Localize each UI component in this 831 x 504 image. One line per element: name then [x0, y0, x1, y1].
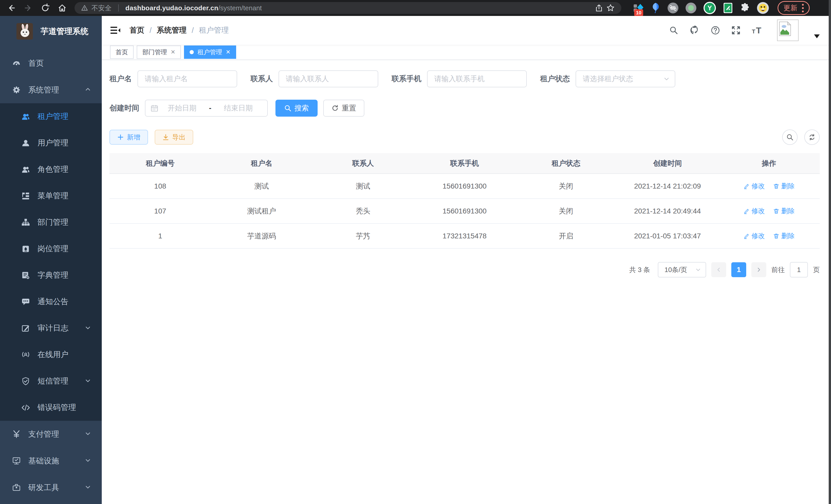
tenant-name-label: 租户名	[110, 74, 132, 84]
tab-home[interactable]: 首页	[110, 46, 134, 59]
contact-input[interactable]	[279, 70, 378, 87]
sidebar-item-label: 研发工具	[28, 482, 59, 493]
tab-tenant[interactable]: 租户管理 ✕	[184, 46, 236, 59]
page-number-1[interactable]: 1	[731, 262, 746, 277]
help-button[interactable]	[711, 26, 720, 35]
cell-tenant-name: 测试	[211, 174, 312, 199]
sidebar-item-online-users[interactable]: 在线用户	[0, 342, 102, 368]
delete-button[interactable]: 删除	[773, 182, 795, 190]
extensions-puzzle-button[interactable]	[740, 3, 750, 13]
add-button[interactable]: 新增	[110, 130, 148, 145]
profile-avatar-button[interactable]	[757, 2, 769, 14]
col-tenant-id: 租户编号	[110, 153, 211, 174]
goto-page-input[interactable]	[790, 262, 808, 277]
mobile-input[interactable]	[427, 70, 527, 87]
sidebar-item-dept[interactable]: 部门管理	[0, 209, 102, 236]
sidebar-item-home[interactable]: 首页	[0, 50, 102, 77]
sidebar-item-menu[interactable]: 菜单管理	[0, 183, 102, 209]
user-avatar[interactable]	[777, 20, 799, 41]
sidebar-item-role[interactable]: 角色管理	[0, 156, 102, 183]
sidebar-item-audit-log[interactable]: 审计日志	[0, 315, 102, 342]
dictionary-icon	[21, 271, 30, 280]
extension-y-button[interactable]: Y	[704, 2, 716, 14]
browser-reload-button[interactable]	[40, 3, 50, 12]
sidebar-item-post[interactable]: 岗位管理	[0, 236, 102, 262]
delete-button[interactable]: 删除	[773, 207, 795, 215]
app-logo[interactable]: 芋道管理系统	[0, 16, 102, 47]
extension-record-button[interactable]	[686, 3, 696, 13]
sidebar-item-system[interactable]: 系统管理	[0, 77, 102, 103]
col-tenant-name: 租户名	[211, 153, 312, 174]
sidebar-item-dev-tools[interactable]: 研发工具	[0, 474, 102, 501]
browser-forward-button[interactable]	[24, 3, 33, 12]
page-header: 首页 / 系统管理 / 租户管理	[102, 16, 831, 45]
hamburger-fold-icon	[110, 26, 121, 35]
status-label: 租户状态	[540, 74, 570, 84]
extension-command-button[interactable]	[667, 3, 678, 13]
github-button[interactable]	[690, 26, 699, 35]
home-icon	[58, 3, 67, 12]
date-end-placeholder[interactable]: 结束日期	[214, 103, 262, 113]
breadcrumb-home[interactable]: 首页	[130, 25, 144, 35]
sidebar-item-label: 短信管理	[37, 376, 68, 386]
extension-green-button[interactable]	[723, 2, 733, 13]
tab-label: 部门管理	[142, 48, 167, 56]
tenant-name-input[interactable]	[138, 70, 237, 87]
search-button[interactable]: 搜索	[276, 100, 318, 117]
omnibox-divider	[118, 4, 119, 11]
filter-row-2: 创建时间 开始日期 - 结束日期 搜索 重置	[110, 100, 820, 117]
create-time-range-picker[interactable]: 开始日期 - 结束日期	[145, 100, 268, 117]
address-bar[interactable]: 不安全 dashboard.yudao.iocoder.cn/system/te…	[75, 2, 621, 14]
cell-status: 开启	[515, 224, 617, 248]
cell-create-time: 2021-12-14 21:02:09	[617, 174, 718, 199]
refresh-table-button[interactable]	[804, 129, 820, 145]
extension-diamond-button[interactable]: 10	[633, 2, 644, 13]
screen: 不安全 dashboard.yudao.iocoder.cn/system/te…	[0, 0, 831, 504]
sidebar-item-label: 支付管理	[28, 429, 59, 440]
browser-home-button[interactable]	[58, 3, 67, 12]
toggle-search-button[interactable]	[782, 129, 798, 145]
chrome-update-button[interactable]: 更新	[778, 1, 810, 15]
sidebar-item-dict[interactable]: 字典管理	[0, 262, 102, 289]
reset-button[interactable]: 重置	[323, 100, 364, 117]
delete-button[interactable]: 删除	[773, 232, 795, 240]
date-start-placeholder[interactable]: 开始日期	[158, 103, 206, 113]
sidebar-item-infrastructure[interactable]: 基础设施	[0, 447, 102, 474]
status-select[interactable]: 请选择租户状态	[576, 70, 675, 87]
edit-button[interactable]: 修改	[743, 207, 765, 215]
extension-kite-button[interactable]	[651, 2, 660, 13]
breadcrumb-system[interactable]: 系统管理	[157, 25, 187, 35]
sidebar-item-sms[interactable]: 短信管理	[0, 368, 102, 394]
cell-tenant-id: 107	[110, 199, 211, 224]
tab-dept[interactable]: 部门管理 ✕	[137, 46, 181, 59]
header-search-button[interactable]	[669, 26, 678, 35]
next-page-button[interactable]	[751, 262, 766, 277]
fullscreen-icon	[731, 26, 741, 35]
sidebar-item-label: 租户管理	[37, 111, 68, 122]
edit-button[interactable]: 修改	[743, 182, 765, 190]
font-size-button[interactable]: TT	[752, 26, 763, 35]
cell-mobile: 15601691300	[414, 174, 515, 199]
sidebar-item-user[interactable]: 用户管理	[0, 130, 102, 156]
browser-toolbar: 不安全 dashboard.yudao.iocoder.cn/system/te…	[0, 0, 831, 16]
goto-label: 前往	[771, 265, 785, 274]
gear-icon	[12, 86, 21, 94]
sidebar-item-tenant[interactable]: 租户管理	[0, 103, 102, 130]
export-button[interactable]: 导出	[155, 130, 193, 145]
fullscreen-button[interactable]	[731, 26, 741, 35]
sidebar-item-notice[interactable]: 通知公告	[0, 289, 102, 315]
contact-label: 联系人	[251, 74, 273, 84]
browser-back-button[interactable]	[7, 3, 16, 12]
page-size-select[interactable]: 10条/页	[658, 262, 706, 277]
sidebar-collapse-button[interactable]	[110, 26, 121, 35]
prev-page-button[interactable]	[711, 262, 726, 277]
share-button[interactable]	[595, 4, 603, 12]
edit-button[interactable]: 修改	[743, 232, 765, 240]
bookmark-star-button[interactable]	[606, 4, 614, 12]
close-icon[interactable]: ✕	[226, 49, 230, 55]
sidebar-item-payment[interactable]: 支付管理	[0, 421, 102, 447]
green-extension-icon	[723, 2, 733, 13]
sidebar-item-error-code[interactable]: 错误码管理	[0, 394, 102, 421]
user-menu-caret[interactable]	[814, 34, 820, 38]
close-icon[interactable]: ✕	[171, 49, 175, 55]
